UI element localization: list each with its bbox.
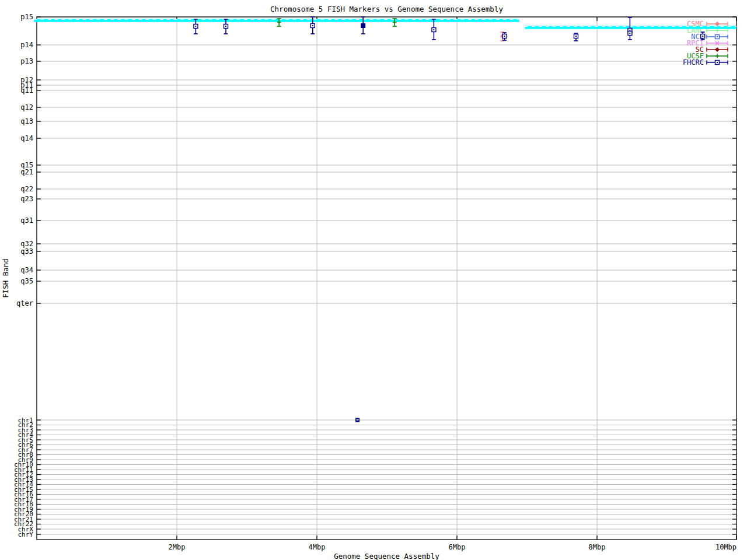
legend-marker-dot [717, 62, 718, 63]
band-label: q32 [20, 240, 33, 248]
band-label: q35 [20, 277, 33, 285]
plot-border [37, 17, 736, 540]
band-label: q11 [20, 86, 33, 94]
band-label: q31 [20, 216, 33, 225]
x-tick-label: 10Mbp [715, 543, 736, 551]
data-point-marker-dot [702, 36, 703, 37]
band-label: q13 [20, 117, 33, 125]
data-point-marker [361, 23, 365, 28]
data-point-marker-dot [195, 26, 196, 27]
band-label: p15 [20, 13, 33, 21]
band-label: q14 [20, 134, 33, 142]
band-label: q33 [20, 247, 33, 256]
band-label: qter [16, 299, 33, 307]
data-point-marker-dot [629, 30, 630, 31]
x-tick-label: 4Mbp [309, 543, 326, 551]
data-point-marker-dot [312, 25, 313, 26]
data-point-marker-dot [575, 36, 577, 37]
data-point-marker-dot [433, 29, 434, 30]
band-label: p14 [20, 41, 33, 49]
band-label: q12 [20, 103, 33, 111]
band-label: q22 [20, 185, 33, 193]
band-label: q23 [20, 195, 33, 203]
data-point-marker-dot [629, 33, 630, 34]
chromosome-label: chrY [18, 531, 34, 538]
data-point-marker-dot [225, 26, 226, 27]
legend-marker-dot [717, 36, 718, 37]
legend-marker [715, 47, 720, 52]
x-tick-label: 8Mbp [589, 543, 606, 551]
band-label: q21 [20, 168, 33, 176]
fish-marker-chart: Chromosome 5 FISH Markers vs Genome Sequ… [0, 0, 747, 560]
legend-label: FHCRC [683, 58, 704, 66]
band-label: q34 [20, 266, 33, 274]
x-tick-label: 2Mbp [169, 543, 186, 551]
data-point-marker-dot [504, 36, 505, 37]
x-tick-label: 6Mbp [449, 543, 466, 551]
legend-marker [715, 22, 720, 26]
plot-canvas: 2Mbp4Mbp6Mbp8Mbp10Mbpp15p14p13p12p11q11q… [0, 0, 747, 560]
band-label: p13 [20, 57, 33, 65]
data-point-marker-dash [357, 419, 359, 421]
